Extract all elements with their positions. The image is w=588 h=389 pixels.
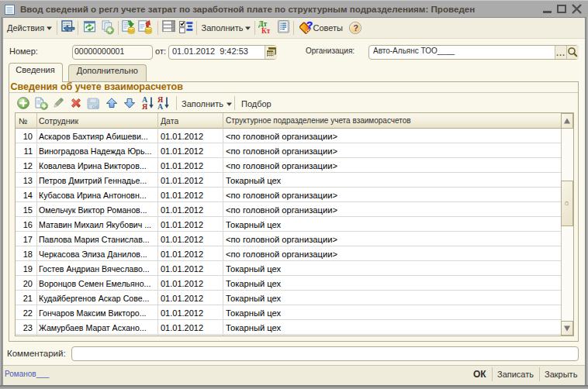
svg-text:Кт: Кт [261, 27, 270, 34]
svg-text:А: А [157, 102, 164, 110]
svg-text:?: ? [306, 19, 313, 31]
svg-text:?: ? [353, 23, 358, 33]
svg-text:Я: Я [142, 102, 148, 110]
svg-text:ОК: ОК [92, 105, 99, 109]
